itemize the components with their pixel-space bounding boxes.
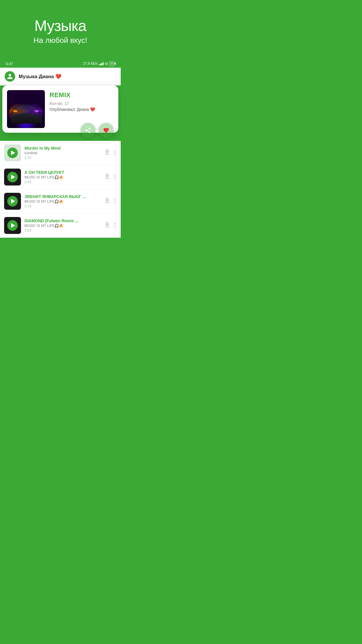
play-button[interactable] xyxy=(7,220,18,231)
hero-title: Музыка xyxy=(6,18,115,34)
hero-section: Музыка На любой вкус! xyxy=(0,0,121,54)
app-header-title: Музыка Диана ❤️ xyxy=(19,74,61,80)
track-item[interactable]: DIAMOND (Fulwen Remix ... MUSIC IS MY LI… xyxy=(0,214,121,238)
signal-icon xyxy=(99,62,103,65)
phone-mockup: 0:47 27,8 КБ/с ⊜ 44 Музыка Диана ❤️ xyxy=(0,54,121,249)
track-duration: 2:03 xyxy=(24,228,100,232)
track-title: А ОН ТЕБЯ ЦЕЛУЕТ xyxy=(24,170,100,175)
playlist-info: REMIX Кол-во: 17 Опубликовал: Диана ❤️ xyxy=(50,90,114,112)
download-icon[interactable] xyxy=(104,221,111,230)
battery-icon: 44 xyxy=(109,62,115,66)
track-item[interactable]: ЗВЕНИТ ЯНВАРСКАЯ ВЬЮГ ... MUSIC IS MY LI… xyxy=(0,189,121,214)
download-icon[interactable] xyxy=(104,173,111,181)
track-actions xyxy=(104,149,117,157)
track-meta: А ОН ТЕБЯ ЦЕЛУЕТ MUSIC IS MY LIFE🎧🔥 2:43 xyxy=(24,170,100,184)
track-item[interactable]: А ОН ТЕБЯ ЦЕЛУЕТ MUSIC IS MY LIFE🎧🔥 2:43 xyxy=(0,165,121,189)
track-title: ЗВЕНИТ ЯНВАРСКАЯ ВЬЮГ ... xyxy=(24,194,100,199)
track-thumbnail xyxy=(4,144,21,161)
track-artist: Kordhell xyxy=(24,151,100,155)
playlist-count: Кол-во: 17 xyxy=(50,101,114,106)
track-duration: 2:16 xyxy=(24,204,100,208)
track-thumbnail xyxy=(4,193,21,210)
share-button[interactable] xyxy=(80,123,96,138)
play-button[interactable] xyxy=(7,148,18,158)
play-button[interactable] xyxy=(7,196,18,206)
track-meta: ЗВЕНИТ ЯНВАРСКАЯ ВЬЮГ ... MUSIC IS MY LI… xyxy=(24,194,100,208)
track-actions xyxy=(104,197,117,206)
playlist-cover xyxy=(7,90,45,128)
playlist-card-wrap: REMIX Кол-во: 17 Опубликовал: Диана ❤️ xyxy=(2,85,118,133)
track-list: Murder In My Mind Kordhell 2:25 xyxy=(0,141,121,238)
cover-art xyxy=(7,90,45,128)
avatar-icon xyxy=(5,71,15,82)
more-options-icon[interactable] xyxy=(113,150,117,156)
track-actions xyxy=(104,221,117,230)
playlist-name: REMIX xyxy=(50,91,114,99)
more-options-icon[interactable] xyxy=(113,198,117,204)
svg-point-3 xyxy=(34,110,39,112)
hero-subtitle: На любой вкус! xyxy=(6,36,115,45)
track-actions xyxy=(104,173,117,181)
svg-rect-4 xyxy=(22,110,30,112)
more-options-icon[interactable] xyxy=(113,174,117,180)
track-title: DIAMOND (Fulwen Remix ... xyxy=(24,218,100,223)
download-icon[interactable] xyxy=(104,149,111,157)
track-duration: 2:43 xyxy=(24,180,100,184)
more-options-icon[interactable] xyxy=(113,222,117,229)
favorite-button[interactable] xyxy=(99,123,114,138)
status-bar: 0:47 27,8 КБ/с ⊜ 44 xyxy=(0,60,121,68)
track-title: Murder In My Mind xyxy=(24,146,100,150)
track-artist: MUSIC IS MY LIFE🎧🔥 xyxy=(24,200,100,204)
wifi-icon: ⊜ xyxy=(105,61,108,66)
data-speed: 27,8 КБ/с xyxy=(83,62,98,66)
download-icon[interactable] xyxy=(104,197,111,206)
playlist-actions xyxy=(80,123,114,138)
play-button[interactable] xyxy=(7,172,18,182)
track-item[interactable]: Murder In My Mind Kordhell 2:25 xyxy=(0,141,121,165)
track-thumbnail xyxy=(4,217,21,234)
track-duration: 2:25 xyxy=(24,156,100,160)
page-bottom xyxy=(0,238,121,249)
track-thumbnail xyxy=(4,169,21,186)
track-meta: DIAMOND (Fulwen Remix ... MUSIC IS MY LI… xyxy=(24,218,100,232)
status-right: 27,8 КБ/с ⊜ 44 xyxy=(83,61,115,66)
playlist-card: REMIX Кол-во: 17 Опубликовал: Диана ❤️ xyxy=(2,85,118,133)
track-artist: MUSIC IS MY LIFE🎧🔥 xyxy=(24,224,100,228)
svg-point-2 xyxy=(13,110,17,112)
app-header: Музыка Диана ❤️ xyxy=(0,68,121,85)
playlist-author: Опубликовал: Диана ❤️ xyxy=(50,107,114,112)
track-artist: MUSIC IS MY LIFE🎧🔥 xyxy=(24,175,100,179)
status-time: 0:47 xyxy=(6,62,13,66)
track-meta: Murder In My Mind Kordhell 2:25 xyxy=(24,146,100,160)
